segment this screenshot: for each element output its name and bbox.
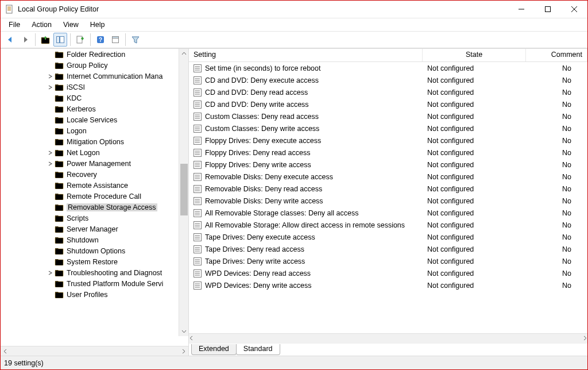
tree-horizontal-scrollbar[interactable] [1, 346, 188, 356]
list-row[interactable]: Tape Drives: Deny read accessNot configu… [189, 243, 587, 255]
list-row[interactable]: Tape Drives: Deny write accessNot config… [189, 255, 587, 267]
tree-item[interactable]: KDC [1, 92, 181, 103]
tree-item[interactable]: System Restore [1, 256, 181, 267]
tree-item[interactable]: Scripts [1, 213, 181, 223]
list-row[interactable]: Tape Drives: Deny execute accessNot conf… [189, 231, 587, 243]
setting-name: All Removable Storage classes: Deny all … [205, 209, 358, 217]
chevron-right-icon[interactable] [47, 72, 55, 80]
setting-name: Tape Drives: Deny read access [205, 245, 304, 253]
tree-vertical-scrollbar[interactable] [179, 49, 188, 336]
tree-item[interactable]: Removable Storage Access [1, 202, 181, 213]
tree-item[interactable]: Folder Redirection [1, 49, 181, 60]
column-state[interactable]: State [423, 49, 526, 61]
forward-button[interactable] [18, 33, 32, 47]
list-row[interactable]: CD and DVD: Deny read accessNot configur… [189, 86, 587, 98]
tree-spacer [47, 291, 55, 299]
list-header: Setting State Comment [189, 49, 587, 62]
menu-action[interactable]: Action [26, 18, 57, 31]
app-icon [5, 5, 14, 14]
tree-spacer [47, 203, 55, 211]
tree-item[interactable]: Logon [1, 125, 181, 136]
minimize-button[interactable] [508, 1, 535, 18]
properties-button[interactable] [109, 33, 122, 47]
scrollbar-thumb[interactable] [180, 164, 188, 215]
scroll-left-icon[interactable] [189, 334, 194, 342]
scroll-left-icon[interactable] [1, 346, 10, 356]
setting-comment: No [562, 245, 571, 253]
column-comment[interactable]: Comment [526, 49, 587, 61]
policy-setting-icon [194, 113, 202, 121]
list-row[interactable]: All Removable Storage: Allow direct acce… [189, 219, 587, 231]
back-button[interactable] [3, 33, 17, 47]
tree-item[interactable]: Group Policy [1, 60, 181, 71]
policy-setting-icon [194, 161, 202, 169]
tree-item[interactable]: Remote Procedure Call [1, 191, 181, 202]
tab-extended[interactable]: Extended [191, 344, 237, 355]
list-row[interactable]: Removable Disks: Deny read accessNot con… [189, 183, 587, 195]
filter-button[interactable] [129, 33, 142, 47]
list-row[interactable]: Floppy Drives: Deny write accessNot conf… [189, 159, 587, 171]
menu-file[interactable]: File [3, 18, 26, 31]
help-button[interactable]: ? [94, 33, 107, 47]
chevron-right-icon[interactable] [47, 160, 55, 168]
list-row[interactable]: Removable Disks: Deny write accessNot co… [189, 195, 587, 207]
export-button[interactable] [74, 33, 87, 47]
tree-item[interactable]: Net Logon [1, 147, 181, 158]
setting-name: Tape Drives: Deny execute access [205, 233, 315, 241]
folder-icon [55, 149, 64, 156]
list-horizontal-scrollbar[interactable] [189, 333, 587, 343]
list-row[interactable]: Removable Disks: Deny execute accessNot … [189, 171, 587, 183]
setting-state: Not configured [427, 101, 474, 109]
close-button[interactable] [561, 1, 587, 18]
svg-rect-22 [113, 37, 119, 38]
list-row[interactable]: Floppy Drives: Deny execute accessNot co… [189, 134, 587, 147]
scroll-right-icon[interactable] [582, 334, 587, 342]
tree-item[interactable]: Shutdown Options [1, 245, 181, 256]
tree-item[interactable]: Internet Communication Mana [1, 71, 181, 82]
list-row[interactable]: Set time (in seconds) to force rebootNot… [189, 62, 587, 74]
setting-comment: No [562, 197, 571, 205]
list-row[interactable]: All Removable Storage classes: Deny all … [189, 207, 587, 219]
list-row[interactable]: WPD Devices: Deny write accessNot config… [189, 279, 587, 291]
tree-item[interactable]: Locale Services [1, 114, 181, 125]
up-button[interactable] [38, 33, 52, 47]
tree-item[interactable]: User Profiles [1, 289, 181, 300]
setting-comment: No [562, 64, 571, 72]
policy-setting-icon [194, 88, 202, 97]
tree-scroll[interactable]: Folder RedirectionGroup PolicyInternet C… [1, 49, 188, 346]
tree-item[interactable]: Mitigation Options [1, 136, 181, 147]
tree-item[interactable]: Remote Assistance [1, 180, 181, 191]
chevron-right-icon[interactable] [47, 149, 55, 157]
tree-item[interactable]: Server Manager [1, 223, 181, 234]
list-row[interactable]: CD and DVD: Deny write accessNot configu… [189, 98, 587, 110]
policy-setting-icon [194, 101, 202, 109]
menu-view[interactable]: View [57, 18, 84, 31]
list-row[interactable]: Floppy Drives: Deny read accessNot confi… [189, 147, 587, 159]
chevron-right-icon[interactable] [47, 269, 55, 277]
scroll-down-icon[interactable] [179, 326, 188, 336]
column-setting[interactable]: Setting [189, 49, 423, 61]
setting-name: CD and DVD: Deny read access [205, 88, 308, 97]
tree-item[interactable]: iSCSI [1, 82, 181, 92]
menu-help[interactable]: Help [84, 18, 111, 31]
show-tree-button[interactable] [53, 33, 67, 47]
tab-standard[interactable]: Standard [236, 344, 280, 355]
tree-item[interactable]: Shutdown [1, 234, 181, 245]
setting-name: Set time (in seconds) to force reboot [205, 64, 320, 72]
folder-icon [55, 72, 64, 80]
tree-item[interactable]: Kerberos [1, 103, 181, 114]
tree-item[interactable]: Power Management [1, 158, 181, 169]
list-row[interactable]: WPD Devices: Deny read accessNot configu… [189, 267, 587, 279]
tree-item[interactable]: Recovery [1, 169, 181, 180]
setting-name: WPD Devices: Deny read access [205, 269, 311, 278]
chevron-right-icon[interactable] [47, 83, 55, 91]
list-row[interactable]: Custom Classes: Deny read accessNot conf… [189, 110, 587, 122]
scroll-up-icon[interactable] [179, 49, 188, 59]
list-row[interactable]: Custom Classes: Deny write accessNot con… [189, 122, 587, 134]
list-row[interactable]: CD and DVD: Deny execute accessNot confi… [189, 74, 587, 86]
setting-name: Floppy Drives: Deny read access [205, 149, 310, 157]
tree-item[interactable]: Troubleshooting and Diagnost [1, 267, 181, 278]
scroll-right-icon[interactable] [179, 346, 188, 356]
maximize-button[interactable] [535, 1, 561, 18]
tree-item[interactable]: Trusted Platform Module Servi [1, 278, 181, 289]
